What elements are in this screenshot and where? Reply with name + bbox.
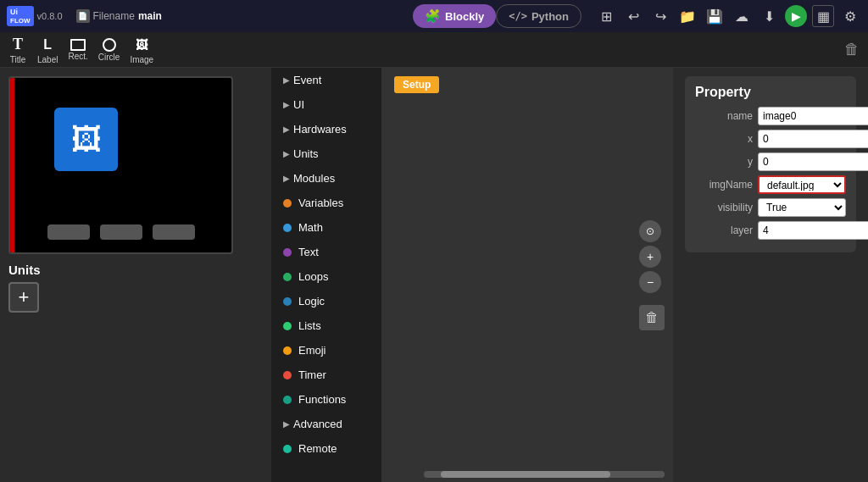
download-button[interactable]: ⬇	[758, 5, 780, 27]
cat-label-remote: Remote	[298, 442, 337, 455]
cat-item-text[interactable]: Text	[271, 240, 381, 264]
cat-arrow-modules: ▶	[283, 174, 290, 183]
cat-arrow-advanced: ▶	[283, 419, 290, 429]
cat-label-emoji: Emoji	[298, 344, 326, 357]
settings-button[interactable]: ⚙	[839, 5, 861, 27]
comp-label[interactable]: L Label	[37, 36, 58, 64]
cat-dot-remote	[283, 445, 292, 453]
toolbar-icons: ⊞ ↩ ↪ 📁 💾 ☁ ⬇ ▶ ▦ ⚙	[595, 5, 861, 27]
save-button[interactable]: 💾	[704, 5, 726, 27]
cat-dot-timer	[283, 371, 292, 380]
component-bar: T Title L Label Rect. Circle 🖼 Image 🗑	[0, 32, 868, 68]
canvas-btn-2[interactable]	[100, 224, 142, 240]
cat-item-remote[interactable]: Remote	[271, 436, 381, 461]
logo-area: Ui FLOW v0.8.0	[7, 6, 63, 26]
cat-label-ui: UI	[293, 98, 304, 111]
cat-item-variables[interactable]: Variables	[271, 191, 381, 215]
logo: Ui FLOW	[7, 6, 34, 26]
cat-label-functions: Functions	[298, 393, 346, 406]
comp-circle[interactable]: Circle	[98, 38, 120, 62]
prop-input-y[interactable]	[758, 152, 868, 171]
zoom-out-button[interactable]: −	[639, 271, 661, 293]
prop-input-layer[interactable]	[758, 221, 868, 240]
canvas-btn-3[interactable]	[153, 224, 195, 240]
cat-label-lists: Lists	[298, 319, 321, 332]
comp-title[interactable]: T Title	[8, 36, 27, 64]
cat-item-lists[interactable]: Lists	[271, 313, 381, 338]
workspace[interactable]: Setup ⊙ + − 🗑	[381, 68, 673, 482]
puzzle-icon: 🧩	[425, 8, 441, 24]
label-icon: L	[38, 36, 57, 54]
zoom-in-button[interactable]: +	[639, 246, 661, 268]
cloud-button[interactable]: ☁	[731, 5, 753, 27]
prop-label-name: name	[695, 110, 753, 122]
cat-label-hardwares: Hardwares	[293, 123, 347, 136]
zoom-controls: ⊙ + − 🗑	[639, 220, 665, 330]
workspace-horizontal-scrollbar[interactable]	[424, 471, 665, 478]
tab-python[interactable]: </> Python	[496, 4, 581, 28]
property-box: Property namexyimgNamedefault.jpgimage1.…	[685, 76, 856, 252]
cat-item-emoji[interactable]: Emoji	[271, 338, 381, 363]
cat-arrow-ui: ▶	[283, 100, 290, 109]
cat-dot-functions	[283, 396, 292, 404]
cat-item-ui[interactable]: ▶UI	[271, 92, 381, 117]
cat-label-units: Units	[293, 147, 319, 160]
comp-rect[interactable]: Rect.	[68, 39, 87, 61]
cat-label-logic: Logic	[298, 295, 325, 307]
image-icon: 🖼	[132, 36, 151, 54]
prop-row-layer: layer	[695, 221, 846, 240]
run-button[interactable]: ▶	[785, 5, 807, 27]
cat-item-math[interactable]: Math	[271, 215, 381, 240]
prop-label-x: x	[695, 133, 753, 145]
prop-input-x[interactable]	[758, 130, 868, 148]
image-widget[interactable]: 🖼	[54, 108, 118, 171]
prop-input-name[interactable]	[758, 107, 868, 125]
cat-item-event[interactable]: ▶Event	[271, 68, 381, 92]
cat-label-loops: Loops	[298, 270, 328, 283]
main-area: 🖼 Units + < ▶Event▶UI▶Hardwares▶Units▶Mo…	[0, 68, 868, 482]
cat-item-functions[interactable]: Functions	[271, 387, 381, 412]
prop-select-imgName[interactable]: default.jpgimage1.jpgimage2.jpg	[758, 175, 846, 194]
cat-dot-loops	[283, 273, 292, 281]
cat-item-hardwares[interactable]: ▶Hardwares	[271, 117, 381, 141]
setup-block: Setup	[394, 76, 439, 93]
prop-label-y: y	[695, 156, 753, 168]
folder-button[interactable]: 📁	[676, 5, 698, 27]
tab-blockly[interactable]: 🧩 Blockly	[413, 4, 496, 28]
block-categories: < ▶Event▶UI▶Hardwares▶Units▶ModulesVaria…	[271, 68, 381, 482]
redo-button[interactable]: ↪	[649, 5, 671, 27]
qr-button[interactable]: ▦	[812, 5, 834, 27]
canvas-btn-1[interactable]	[47, 224, 90, 240]
prop-row-name: name	[695, 107, 846, 125]
cat-label-variables: Variables	[298, 197, 343, 209]
grid-icon[interactable]: ⊞	[595, 5, 617, 27]
undo-button[interactable]: ↩	[622, 5, 644, 27]
comp-image[interactable]: 🖼 Image	[130, 36, 153, 64]
prop-row-visibility: visibilityTrueFalse	[695, 198, 846, 217]
filename-area: 📄 Filename main	[76, 9, 162, 23]
left-panel: 🖼 Units +	[0, 68, 271, 482]
right-panel: Property namexyimgNamedefault.jpgimage1.…	[673, 68, 868, 482]
cat-dot-logic	[283, 297, 292, 306]
cat-item-logic[interactable]: Logic	[271, 289, 381, 313]
workspace-trash-button[interactable]: 🗑	[639, 305, 665, 330]
units-section: Units +	[8, 263, 263, 313]
top-bar: Ui FLOW v0.8.0 📄 Filename main 🧩 Blockly…	[0, 0, 868, 32]
zoom-reset-button[interactable]: ⊙	[639, 220, 661, 242]
delete-button[interactable]: 🗑	[844, 41, 860, 58]
cat-dot-lists	[283, 322, 292, 330]
cat-item-loops[interactable]: Loops	[271, 264, 381, 289]
prop-row-y: y	[695, 152, 846, 171]
cat-label-event: Event	[293, 74, 321, 86]
units-title: Units	[8, 263, 263, 277]
prop-select-visibility[interactable]: TrueFalse	[758, 198, 846, 217]
cat-dot-variables	[283, 199, 292, 208]
cat-item-advanced[interactable]: ▶Advanced	[271, 412, 381, 436]
mode-tabs: 🧩 Blockly </> Python	[413, 4, 581, 28]
add-unit-button[interactable]: +	[8, 282, 39, 313]
cat-item-timer[interactable]: Timer	[271, 363, 381, 387]
cat-label-math: Math	[298, 221, 323, 234]
cat-item-modules[interactable]: ▶Modules	[271, 166, 381, 191]
cat-item-units[interactable]: ▶Units	[271, 141, 381, 166]
prop-label-imgName: imgName	[695, 179, 753, 191]
